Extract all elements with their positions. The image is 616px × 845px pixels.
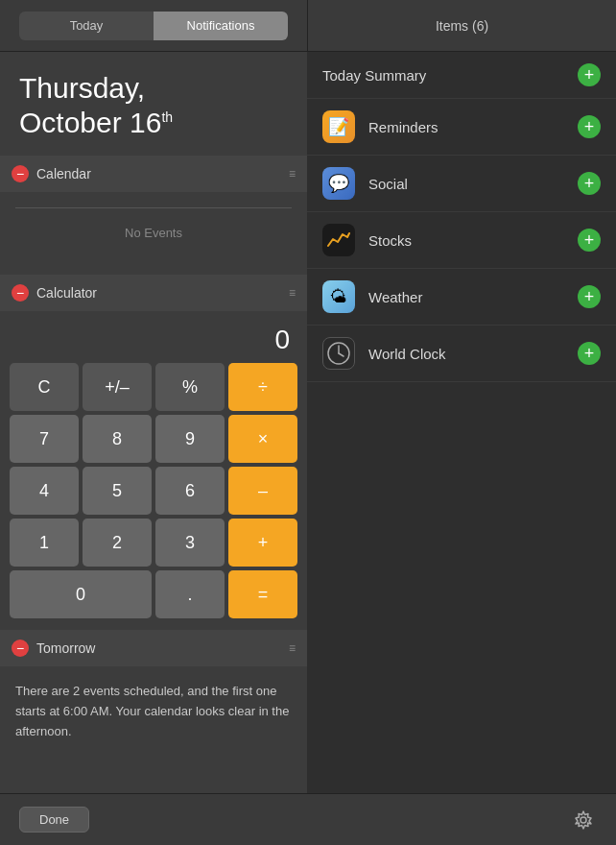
calc-pct-button[interactable]: % (155, 363, 225, 411)
date-header: Thursday, October 16th (0, 52, 307, 156)
weather-icon: 🌤 (322, 280, 355, 313)
calc-eq-button[interactable]: = (228, 570, 297, 618)
right-item-world-clock: World Clock (307, 326, 616, 382)
social-label: Social (368, 176, 564, 192)
items-header: Items (6) (307, 0, 616, 51)
calc-add-button[interactable]: + (228, 519, 297, 567)
calculator-body: 0 C +/– % ÷ 7 8 9 × 4 5 6 – (0, 311, 307, 628)
worldclock-add-button[interactable] (578, 342, 601, 365)
calc-3-button[interactable]: 3 (155, 519, 225, 567)
tomorrow-body: There are 2 events scheduled, and the fi… (0, 666, 307, 757)
calculator-remove-button[interactable] (12, 284, 29, 302)
weather-add-button[interactable] (578, 285, 601, 308)
calc-5-button[interactable]: 5 (83, 467, 152, 515)
main-content: Thursday, October 16th Calendar ≡ No Eve… (0, 52, 616, 793)
today-summary-add-button[interactable] (578, 63, 601, 86)
worldclock-icon (322, 337, 355, 370)
tab-today[interactable]: Today (19, 12, 154, 40)
calc-9-button[interactable]: 9 (155, 415, 225, 463)
calculator-title: Calculator (36, 285, 97, 301)
tomorrow-drag-handle[interactable]: ≡ (289, 641, 296, 655)
stocks-add-button[interactable] (578, 229, 601, 252)
calc-8-button[interactable]: 8 (83, 415, 152, 463)
tomorrow-widget: Tomorrow ≡ There are 2 events scheduled,… (0, 630, 307, 757)
right-item-stocks: Stocks (307, 212, 616, 269)
svg-line-2 (339, 353, 344, 356)
stocks-label: Stocks (368, 232, 564, 249)
calendar-header: Calendar ≡ (0, 156, 307, 192)
calc-4-button[interactable]: 4 (10, 467, 79, 515)
calculator-display: 0 (10, 321, 297, 363)
social-icon-emoji: 💬 (328, 173, 349, 194)
tomorrow-header: Tomorrow ≡ (0, 630, 307, 666)
left-panel: Thursday, October 16th Calendar ≡ No Eve… (0, 52, 307, 793)
reminders-add-button[interactable] (578, 115, 601, 138)
calculator-widget: Calculator ≡ 0 C +/– % ÷ 7 8 9 × (0, 275, 307, 628)
calc-0-button[interactable]: 0 (10, 570, 152, 618)
date-display: Thursday, October 16th (19, 71, 288, 140)
tomorrow-title: Tomorrow (36, 640, 95, 656)
date-suffix: th (161, 109, 173, 125)
tomorrow-text: There are 2 events scheduled, and the fi… (15, 682, 292, 741)
settings-icon[interactable] (570, 807, 597, 833)
done-button[interactable]: Done (19, 807, 89, 833)
calc-sub-button[interactable]: – (228, 467, 297, 515)
bottom-bar: Done (0, 793, 616, 845)
calculator-header: Calculator ≡ (0, 275, 307, 311)
calendar-body: No Events (0, 192, 307, 273)
worldclock-label: World Clock (368, 346, 564, 362)
calc-1-button[interactable]: 1 (10, 519, 79, 567)
no-events-label: No Events (15, 207, 292, 257)
left-tabs: Today Notifications (0, 0, 307, 51)
reminders-icon-emoji: 📝 (328, 116, 349, 137)
calc-pm-button[interactable]: +/– (83, 363, 152, 411)
calculator-drag-handle[interactable]: ≡ (289, 286, 296, 300)
weather-icon-emoji: 🌤 (330, 287, 347, 307)
stocks-icon (322, 224, 355, 256)
tomorrow-remove-button[interactable] (12, 640, 29, 657)
calendar-title: Calendar (36, 166, 91, 181)
social-add-button[interactable] (578, 172, 601, 195)
calculator-grid: C +/– % ÷ 7 8 9 × 4 5 6 – 1 2 (10, 363, 297, 618)
calendar-drag-handle[interactable]: ≡ (289, 167, 296, 181)
calc-mul-button[interactable]: × (228, 415, 297, 463)
calc-6-button[interactable]: 6 (155, 467, 225, 515)
stocks-icon-svg (325, 227, 352, 254)
tab-notifications[interactable]: Notifications (154, 12, 288, 40)
date-line2: October 16 (19, 107, 161, 138)
calendar-header-left: Calendar (12, 165, 91, 182)
calc-2-button[interactable]: 2 (83, 519, 152, 567)
right-item-today-summary: Today Summary (307, 52, 616, 99)
date-line1: Thursday, (19, 72, 145, 104)
calc-7-button[interactable]: 7 (10, 415, 79, 463)
right-item-social: 💬 Social (307, 156, 616, 212)
calendar-widget: Calendar ≡ No Events (0, 156, 307, 273)
worldclock-icon-svg (325, 340, 352, 367)
items-label: Items (6) (436, 18, 488, 34)
calculator-header-left: Calculator (12, 284, 97, 302)
reminders-icon: 📝 (322, 110, 355, 143)
calendar-remove-button[interactable] (12, 165, 29, 182)
weather-label: Weather (368, 289, 564, 305)
tomorrow-header-left: Tomorrow (12, 640, 95, 657)
social-icon: 💬 (322, 167, 355, 200)
left-spacer (0, 759, 307, 793)
today-summary-label: Today Summary (322, 67, 564, 84)
right-item-reminders: 📝 Reminders (307, 99, 616, 156)
calc-dot-button[interactable]: . (155, 570, 225, 618)
calc-c-button[interactable]: C (10, 363, 79, 411)
right-spacer (307, 382, 616, 793)
right-item-weather: 🌤 Weather (307, 269, 616, 326)
calc-div-button[interactable]: ÷ (228, 363, 297, 411)
right-panel: Today Summary 📝 Reminders 💬 Social (307, 52, 616, 793)
tab-bar: Today Notifications Items (6) (0, 0, 616, 52)
reminders-label: Reminders (368, 119, 564, 135)
svg-point-3 (580, 817, 586, 823)
